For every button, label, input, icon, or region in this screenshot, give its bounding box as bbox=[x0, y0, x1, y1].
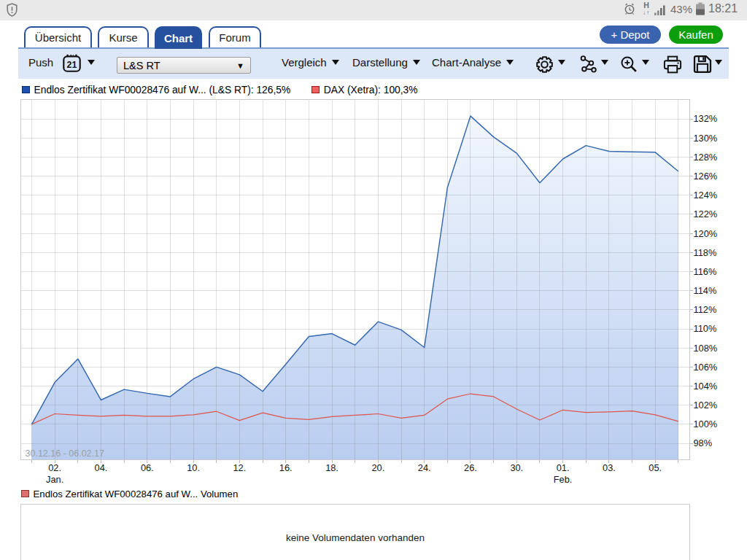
menu-vergleich[interactable]: Vergleich bbox=[282, 56, 339, 69]
battery-icon bbox=[695, 2, 705, 15]
volume-panel: keine Volumendaten vorhanden bbox=[20, 504, 690, 560]
series1-label: Endlos Zertifikat WF00028476 auf W... (L… bbox=[34, 85, 291, 96]
tab-uebersicht[interactable]: Übersicht bbox=[24, 26, 92, 47]
x-axis-label: 02. bbox=[48, 462, 61, 473]
x-axis-label: 18. bbox=[325, 462, 338, 473]
chart-watermark: 30.12.16 - 06.02.17 bbox=[26, 448, 104, 459]
x-axis-label: 06. bbox=[141, 462, 154, 473]
save-caret[interactable] bbox=[715, 60, 722, 65]
settings-gear-button[interactable] bbox=[535, 55, 554, 74]
kaufen-button[interactable]: Kaufen bbox=[669, 26, 723, 44]
volume-swatch bbox=[21, 490, 29, 498]
svg-text:21: 21 bbox=[67, 60, 77, 70]
x-axis-label: 26. bbox=[464, 462, 477, 473]
depot-button-label: + Depot bbox=[611, 28, 650, 41]
x-axis-month-label: Feb. bbox=[554, 474, 573, 485]
gear-icon bbox=[535, 55, 554, 74]
y-axis-label: 126% bbox=[694, 171, 718, 182]
x-axis-label: 24. bbox=[418, 462, 431, 473]
caret-down-icon bbox=[506, 60, 514, 65]
hspa-icon: H ↓↑ bbox=[641, 2, 651, 16]
caret-down-icon bbox=[332, 60, 339, 65]
tab-forum[interactable]: Forum bbox=[209, 26, 261, 47]
x-axis-label: 20. bbox=[371, 462, 384, 473]
floppy-disk-icon bbox=[692, 54, 713, 74]
interval-calendar-button[interactable]: 21 bbox=[61, 53, 82, 74]
status-bar: H ↓↑ 43% 18:21 bbox=[0, 0, 747, 20]
price-chart[interactable]: 30.12.16 - 06.02.1798%100%102%104%106%10… bbox=[0, 99, 729, 490]
caret-down-icon bbox=[558, 60, 565, 65]
x-axis-label: 04. bbox=[95, 462, 108, 473]
exchange-select-value: L&S RT bbox=[123, 60, 160, 71]
x-axis-label: 12. bbox=[233, 462, 247, 473]
print-button[interactable] bbox=[662, 55, 683, 74]
indicators-caret[interactable] bbox=[601, 60, 608, 65]
x-axis-label: 16. bbox=[279, 462, 293, 473]
kaufen-button-label: Kaufen bbox=[678, 28, 713, 41]
zoom-caret[interactable] bbox=[642, 60, 649, 65]
chart-toolbar: Push 21 L&S RT ▼ Vergleich Darstellung C… bbox=[18, 47, 729, 79]
y-axis-label: 124% bbox=[694, 190, 718, 201]
battery-percent: 43% bbox=[670, 3, 692, 15]
x-axis-label: 05. bbox=[649, 462, 662, 473]
series2-label: DAX (Xetra): 100,3% bbox=[324, 85, 418, 96]
tab-chart[interactable]: Chart bbox=[155, 26, 202, 49]
caret-down-icon bbox=[88, 60, 95, 65]
menu-label: Vergleich bbox=[282, 56, 327, 69]
y-axis-label: 112% bbox=[694, 304, 717, 315]
tab-label: Kurse bbox=[109, 31, 137, 44]
y-axis-label: 102% bbox=[694, 400, 718, 411]
signal-icon bbox=[654, 4, 667, 15]
y-axis-label: 132% bbox=[694, 113, 718, 124]
app-window: H ↓↑ 43% 18:21 Übersicht Kurse Chart For… bbox=[0, 0, 747, 560]
clock-text: 18:21 bbox=[708, 2, 738, 15]
settings-caret[interactable] bbox=[558, 60, 565, 65]
tab-label: Übersicht bbox=[35, 31, 81, 44]
menu-label: Darstellung bbox=[352, 56, 408, 69]
push-label: Push bbox=[28, 56, 53, 69]
tab-kurse[interactable]: Kurse bbox=[98, 26, 149, 47]
menu-label: Chart-Analyse bbox=[432, 56, 501, 69]
shield-alert-icon bbox=[7, 3, 18, 17]
y-axis-label: 130% bbox=[694, 133, 718, 144]
x-axis-label: 10. bbox=[187, 462, 200, 473]
depot-button[interactable]: + Depot bbox=[600, 26, 661, 44]
indicators-button[interactable] bbox=[578, 55, 598, 74]
save-button[interactable] bbox=[692, 54, 713, 74]
x-axis-label: 03. bbox=[603, 462, 616, 473]
caret-down-icon bbox=[413, 60, 420, 65]
push-label-text: Push bbox=[28, 56, 53, 69]
y-axis-label: 116% bbox=[694, 266, 717, 277]
series2-swatch bbox=[311, 86, 320, 94]
caret-down-icon bbox=[601, 60, 608, 65]
nodes-icon bbox=[578, 55, 598, 74]
volume-legend: Endlos Zertifikat WF00028476 auf W... Vo… bbox=[21, 489, 238, 499]
interval-dropdown-caret[interactable] bbox=[88, 60, 95, 65]
menu-darstellung[interactable]: Darstellung bbox=[352, 56, 420, 69]
exchange-select[interactable]: L&S RT ▼ bbox=[117, 57, 251, 74]
select-caret-icon: ▼ bbox=[236, 61, 244, 70]
volume-empty-message: keine Volumendaten vorhanden bbox=[21, 532, 689, 543]
y-axis-label: 100% bbox=[694, 419, 718, 429]
magnifier-plus-icon bbox=[619, 55, 639, 74]
y-axis-label: 106% bbox=[694, 362, 718, 373]
chart-legend: Endlos Zertifikat WF00028476 auf W... (L… bbox=[22, 84, 418, 96]
y-axis-label: 120% bbox=[694, 228, 718, 239]
printer-icon bbox=[662, 55, 683, 74]
y-axis-label: 98% bbox=[694, 438, 713, 448]
x-axis-label: 01. bbox=[557, 462, 570, 473]
alarm-icon bbox=[624, 3, 635, 15]
tab-label: Forum bbox=[219, 31, 250, 44]
menu-chart-analyse[interactable]: Chart-Analyse bbox=[432, 56, 514, 69]
y-axis-label: 110% bbox=[694, 323, 717, 334]
y-axis-label: 118% bbox=[694, 247, 717, 258]
y-axis-label: 108% bbox=[694, 343, 718, 354]
caret-down-icon bbox=[642, 60, 649, 65]
series1-swatch bbox=[22, 86, 30, 94]
y-axis-label: 128% bbox=[694, 152, 718, 163]
y-axis-label: 114% bbox=[694, 285, 717, 296]
y-axis-label: 122% bbox=[694, 209, 718, 219]
volume-legend-label: Endlos Zertifikat WF00028476 auf W... Vo… bbox=[34, 489, 239, 499]
x-axis-month-label: Jan. bbox=[46, 474, 63, 485]
zoom-button[interactable] bbox=[619, 55, 639, 74]
